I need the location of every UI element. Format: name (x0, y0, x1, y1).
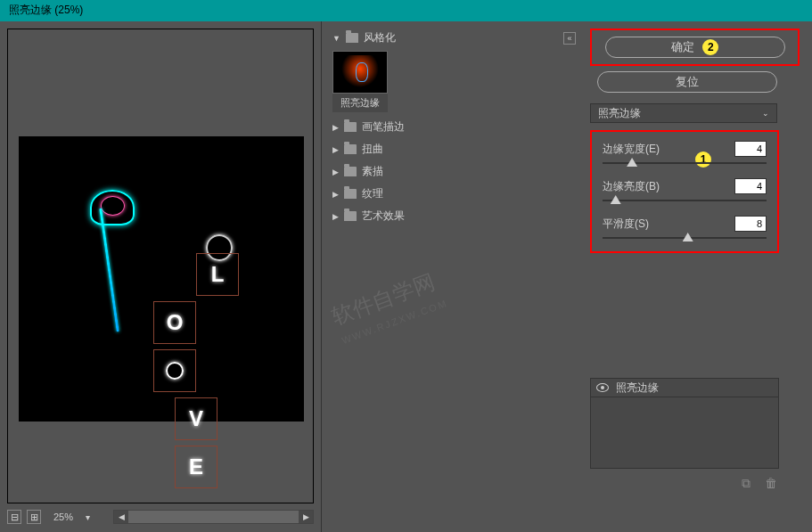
filter-thumb-label: 照亮边缘 (332, 94, 388, 112)
folder-icon (344, 189, 357, 199)
preview-viewport[interactable]: L O VE (7, 29, 314, 503)
slider-thumb-icon[interactable] (683, 233, 693, 241)
scroll-left-button[interactable]: ◀ (114, 511, 128, 523)
tri-right-icon: ▶ (332, 145, 339, 154)
annotation-badge-1: 1 (695, 151, 711, 168)
edge-width-slider[interactable] (603, 162, 767, 164)
filter-category-stylize[interactable]: ▼ 风格化 (325, 27, 558, 47)
zoom-out-button[interactable]: ⊟ (7, 510, 21, 524)
effect-list-empty-area (590, 397, 779, 469)
chevron-down-icon: ⌄ (762, 109, 769, 118)
filter-gallery-panel: ▼ 风格化 照亮边缘 ▶ 画笔描边 ▶ 扭曲 ▶ 素描 ▶ (321, 21, 562, 532)
reset-button-label: 复位 (676, 75, 699, 88)
tri-down-icon: ▼ (332, 34, 340, 43)
filter-select-label: 照亮边缘 (598, 106, 641, 121)
ok-highlight-box: 确定 2 (590, 29, 800, 66)
tri-right-icon: ▶ (332, 190, 339, 199)
filter-thumb-glowing-edges[interactable]: 照亮边缘 (332, 51, 388, 112)
trash-icon[interactable]: 🗑 (765, 476, 779, 490)
smoothness-slider[interactable] (603, 237, 767, 239)
preview-image: L O VE (19, 136, 304, 422)
filter-category-label: 风格化 (364, 30, 396, 45)
edge-brightness-slider[interactable] (603, 200, 767, 201)
window-titlebar: 照亮边缘 (25%) (0, 0, 812, 21)
edge-width-input[interactable] (734, 141, 767, 157)
filter-category-texture[interactable]: ▶ 纹理 (325, 183, 558, 205)
filter-select-dropdown[interactable]: 照亮边缘 ⌄ (590, 103, 777, 123)
param-edge-width: 边缘宽度(E) (603, 141, 767, 164)
filter-category-sketch[interactable]: ▶ 素描 (325, 160, 558, 183)
tri-right-icon: ▶ (332, 168, 339, 176)
applied-effects-list: 照亮边缘 (590, 378, 779, 469)
smoothness-input[interactable] (734, 216, 767, 232)
main-area: L O VE ⊟ ⊞ 25% ▾ ◀ ▶ ▼ 风格化 (0, 21, 812, 532)
zoom-in-button[interactable]: ⊞ (27, 510, 41, 524)
folder-icon (344, 122, 357, 132)
new-effect-layer-icon[interactable]: ⧉ (742, 476, 756, 490)
horizontal-scrollbar[interactable]: ◀ ▶ (113, 510, 314, 524)
preview-footer: ⊟ ⊞ 25% ▾ ◀ ▶ (7, 503, 314, 525)
params-highlight-box: 1 边缘宽度(E) 边缘亮度(B) (590, 130, 779, 253)
window-title: 照亮边缘 (25%) (9, 4, 83, 16)
visibility-eye-icon[interactable] (596, 383, 609, 392)
tri-right-icon: ▶ (332, 123, 339, 132)
zoom-dropdown-icon[interactable]: ▾ (86, 512, 90, 522)
preview-panel: L O VE ⊟ ⊞ 25% ▾ ◀ ▶ (0, 21, 321, 532)
effect-item-label: 照亮边缘 (616, 381, 659, 396)
filter-category-distort[interactable]: ▶ 扭曲 (325, 138, 558, 160)
ok-button[interactable]: 确定 2 (605, 37, 785, 58)
param-label: 边缘宽度(E) (603, 142, 660, 157)
param-edge-brightness: 边缘亮度(B) (603, 178, 767, 201)
slider-thumb-icon[interactable] (627, 158, 637, 167)
effects-footer-icons: ⧉ 🗑 (590, 476, 779, 490)
collapse-panel-button[interactable]: « (563, 32, 576, 45)
filter-thumb-row: 照亮边缘 (325, 47, 558, 116)
effect-list-item[interactable]: 照亮边缘 (590, 378, 779, 397)
param-smoothness: 平滑度(S) (603, 216, 767, 239)
filter-category-label: 素描 (362, 164, 383, 179)
ok-button-label: 确定 (671, 40, 694, 53)
filter-category-label: 画笔描边 (362, 119, 405, 135)
folder-icon (344, 167, 357, 176)
folder-icon (344, 211, 357, 221)
edge-brightness-input[interactable] (734, 178, 767, 194)
filter-category-label: 纹理 (362, 186, 383, 201)
filter-category-brush-strokes[interactable]: ▶ 画笔描边 (325, 116, 558, 138)
scroll-right-button[interactable]: ▶ (299, 511, 313, 523)
param-label: 边缘亮度(B) (603, 179, 660, 194)
filter-category-artistic[interactable]: ▶ 艺术效果 (325, 205, 558, 227)
param-label: 平滑度(S) (603, 217, 649, 232)
tri-right-icon: ▶ (332, 212, 339, 221)
folder-icon (344, 144, 357, 154)
reset-button[interactable]: 复位 (597, 71, 777, 93)
slider-thumb-icon[interactable] (611, 195, 621, 204)
filter-category-label: 艺术效果 (362, 209, 405, 224)
zoom-level-display: 25% (46, 512, 80, 522)
folder-icon (346, 33, 358, 43)
settings-panel: « 确定 2 复位 照亮边缘 ⌄ 1 边缘宽度(E) (562, 21, 812, 532)
filter-category-label: 扭曲 (362, 142, 383, 157)
annotation-badge-2: 2 (702, 39, 718, 55)
